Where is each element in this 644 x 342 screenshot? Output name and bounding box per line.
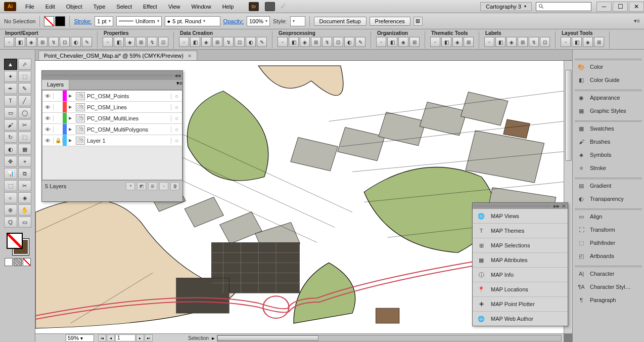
stroke-link[interactable]: Stroke: [74, 18, 91, 24]
panel-shortcut[interactable]: ▦Swatches [575, 122, 642, 135]
tool-button[interactable]: ▭ [4, 107, 17, 118]
minimize-button[interactable]: ─ [596, 2, 612, 12]
toolbar-button[interactable]: ◧ [114, 37, 124, 47]
delete-layer-icon[interactable]: 🗑 [170, 182, 179, 190]
bridge-icon[interactable]: Br [249, 2, 259, 11]
new-layer-icon[interactable]: ▫ [159, 182, 168, 190]
tool-button[interactable]: ▭ [18, 217, 31, 228]
layer-row[interactable]: 👁🔒▶Layer 1○ [42, 135, 182, 146]
toolbar-button[interactable]: ↯ [147, 37, 157, 47]
toolbar-button[interactable]: ⊞ [594, 37, 604, 47]
menu-edit[interactable]: Edit [40, 2, 60, 12]
layers-panel[interactable]: ◀◀ Layers▾≡ 👁▶PC_OSM_Points○👁▶PC_OSM_Lin… [41, 70, 183, 202]
vsp-dropdown[interactable]: Uniform [116, 16, 162, 26]
prev-artboard-button[interactable]: ◂ [107, 334, 115, 341]
menu-file[interactable]: File [20, 2, 39, 12]
stroke-swatch[interactable] [55, 16, 65, 26]
target-icon[interactable]: ○ [171, 126, 182, 133]
toolbar-button[interactable]: ▫ [484, 37, 494, 47]
map-panel-item[interactable]: 🌐MAP Web Author [473, 312, 568, 326]
panel-shortcut[interactable]: ¶ACharacter Styl… [575, 280, 642, 293]
tool-button[interactable]: ◯ [18, 107, 31, 118]
brush-dropdown[interactable]: ●5 pt. Round [165, 16, 220, 26]
tool-button[interactable]: ✥ [4, 156, 17, 167]
visibility-icon[interactable]: 👁 [42, 115, 54, 121]
panel-shortcut[interactable]: ◐Transparency [575, 192, 642, 205]
toolbar-button[interactable]: ◧ [15, 37, 25, 47]
toolbar-button[interactable]: ▫ [103, 37, 113, 47]
toolbar-button[interactable]: ✎ [355, 37, 365, 47]
titlebar-misc-icon[interactable]: ☄ [281, 3, 286, 10]
layer-row[interactable]: 👁▶PC_OSM_MultiPolygons○ [42, 124, 182, 135]
toolbar-button[interactable]: ⊞ [409, 37, 420, 47]
expand-layer-icon[interactable]: ▶ [67, 138, 74, 143]
tool-button[interactable]: ✦ [4, 71, 17, 82]
visibility-icon[interactable]: 👁 [42, 93, 54, 99]
tool-button[interactable]: 🖌 [4, 119, 17, 131]
toolbar-button[interactable]: ▫ [561, 37, 571, 47]
panel-shortcut[interactable]: ▭Align [575, 210, 642, 223]
toolbar-button[interactable]: ◐ [246, 37, 256, 47]
map-panel-item[interactable]: ▦MAP Attributes [473, 253, 568, 268]
menu-view[interactable]: View [163, 2, 186, 12]
tool-button[interactable]: ╱ [18, 95, 31, 106]
map-panel-item[interactable]: TMAP Themes [473, 224, 568, 238]
stroke-weight-dropdown[interactable]: 1 pt [95, 16, 113, 26]
toolbar-button[interactable]: ◐ [344, 37, 354, 47]
target-icon[interactable]: ○ [171, 138, 182, 144]
toolbar-button[interactable]: ▫ [430, 37, 440, 47]
target-icon[interactable]: ○ [171, 104, 182, 110]
toolbar-button[interactable]: ◐ [71, 37, 81, 47]
toolbar-button[interactable]: ⊡ [60, 37, 70, 47]
toolbar-button[interactable]: ⊡ [158, 37, 168, 47]
expand-layer-icon[interactable]: ▶ [67, 105, 74, 109]
tool-button[interactable]: ✒ [4, 83, 17, 94]
preferences-button[interactable]: Preferences [370, 17, 410, 26]
target-icon[interactable]: ○ [171, 93, 182, 99]
panel-shortcut[interactable]: ◧Color Guide [575, 73, 642, 87]
tool-button[interactable]: ✋ [18, 204, 31, 216]
fill-stroke-icon[interactable] [7, 233, 29, 255]
opacity-link[interactable]: Opacity: [223, 18, 244, 24]
search-input[interactable] [536, 2, 591, 11]
locate-layer-icon[interactable]: ⌖ [126, 182, 135, 190]
tool-button[interactable]: Q [4, 217, 17, 228]
panel-shortcut[interactable]: ◰Artboards [575, 249, 642, 263]
overflow-icon[interactable]: ⊞ [413, 17, 423, 26]
toolbar-button[interactable]: ⊞ [136, 37, 146, 47]
map-panel-item[interactable]: ⊞MAP Selections [473, 238, 568, 253]
toolbar-button[interactable]: ⊞ [37, 37, 48, 47]
document-setup-button[interactable]: Document Setup [314, 17, 366, 26]
tool-button[interactable]: 📊 [4, 168, 17, 179]
toolbar-button[interactable]: ✎ [257, 37, 267, 47]
fill-swatch[interactable] [44, 16, 54, 26]
toolbar-button[interactable]: ◈ [26, 37, 36, 47]
opacity-dropdown[interactable]: 100% [247, 16, 270, 26]
toolbar-button[interactable]: ◧ [190, 37, 200, 47]
tool-button[interactable]: ✂ [18, 119, 31, 131]
expand-layer-icon[interactable]: ▶ [67, 94, 74, 98]
panel-shortcut[interactable]: 🎨Color [575, 60, 642, 73]
layer-row[interactable]: 👁▶PC_OSM_MultiLines○ [42, 113, 182, 124]
tool-button[interactable]: ◐ [4, 144, 17, 155]
toolbar-button[interactable]: ◈ [452, 37, 463, 47]
document-tab[interactable]: Point_Chevalier_OSM_Map.ai* @ 59% (CMYK/… [38, 51, 197, 60]
close-panel-icon[interactable]: ✕ [562, 203, 566, 209]
visibility-icon[interactable]: 👁 [42, 126, 54, 133]
map-panel-item[interactable]: 🌐MAP Views [473, 209, 568, 224]
close-tab-icon[interactable]: ✕ [188, 53, 192, 59]
tool-button[interactable]: ✂ [18, 180, 31, 191]
panel-shortcut[interactable]: ⬚Pathfinder [575, 236, 642, 249]
tool-button[interactable]: ▦ [18, 144, 31, 155]
lock-icon[interactable]: 🔒 [54, 138, 63, 143]
toolbar-button[interactable]: ◧ [441, 37, 451, 47]
arrange-docs-icon[interactable] [265, 2, 275, 11]
tool-button[interactable]: ↻ [4, 132, 17, 143]
style-dropdown[interactable] [290, 16, 305, 26]
artboard-number-input[interactable]: 1 [115, 334, 135, 341]
panel-shortcut[interactable]: ≡Stroke [575, 161, 642, 175]
toolbar-button[interactable]: ↯ [529, 37, 539, 47]
tool-button[interactable]: ⬚ [18, 71, 31, 82]
collapse-map-panel-icon[interactable]: ▶▶ [554, 204, 560, 208]
panel-shortcut[interactable]: ◉Appearance [575, 91, 642, 104]
